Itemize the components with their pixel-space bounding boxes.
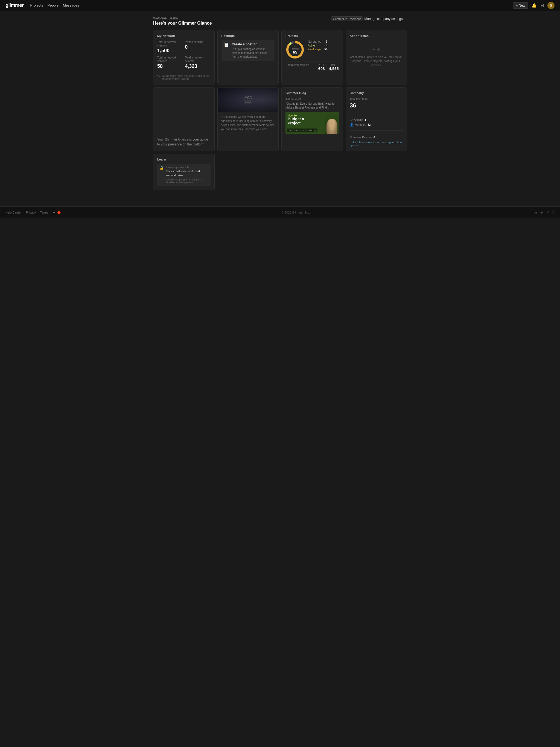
company-title: Company <box>350 91 403 95</box>
network-note-icon: 🛡 <box>157 74 160 78</box>
unlock-teams-link[interactable]: Unlock Teams to access more organization… <box>350 141 403 147</box>
bottom-grid: Your Glimmer Glance is your guide to you… <box>153 87 407 190</box>
welcome-section: Welcome, Sasha Here's your Glimmer Glanc… <box>153 17 212 26</box>
instagram-icon[interactable]: ◈ <box>535 210 537 214</box>
invites-value: 6 <box>374 136 375 139</box>
article-icon: 🔒 <box>159 166 164 170</box>
blog-business-badge: The Business of Freelancing <box>287 129 317 132</box>
create-posting-button[interactable]: 📋 Create a posting Put up a posting or r… <box>222 40 275 61</box>
manage-link-section: Glimmer.io · Member Manage company setti… <box>331 17 407 21</box>
active-value: 4 <box>326 44 328 47</box>
network-stats-grid: Total in-network creators 1,500 Invites … <box>157 40 210 69</box>
final-steps-row: Final steps 58 <box>308 48 327 51</box>
play-store-icon[interactable]: ▶ <box>53 210 55 214</box>
help-center-link[interactable]: Help Center <box>5 211 22 214</box>
invites-pending-value: 0 <box>185 44 210 50</box>
total-total: Total 4,555 <box>329 63 338 71</box>
blog-thumbnail-text: How to Budget aProject <box>288 114 304 126</box>
admins-value: 4 <box>364 119 366 121</box>
camera-icon: 🎬 <box>243 96 253 104</box>
ytd-total: YTD 608 <box>318 63 325 71</box>
invite-row: ✉ Invites Pending 6 <box>350 136 403 139</box>
blog-thumbnail-inner: How to Budget aProject The Business of F… <box>285 112 339 134</box>
blog-budget-text: Budget aProject <box>288 117 304 126</box>
apple-store-icon[interactable]: 🍎 <box>57 210 61 214</box>
projects-stats: Not started 3 Active 4 Final steps 58 <box>308 40 327 59</box>
active-label: Active <box>308 44 315 47</box>
action-items-card: Action Items ✦✦ Action items update to h… <box>346 30 407 84</box>
article-breadcrumb: Glimmer Support > For Clients > Freelanc… <box>166 178 208 184</box>
projects-title: Projects <box>285 34 339 37</box>
avatar[interactable]: S <box>548 2 555 9</box>
twitter-icon[interactable]: ✕ <box>546 210 549 214</box>
nav-links: Projects People Messages <box>30 2 513 8</box>
members-label: Members <box>355 123 366 126</box>
admins-label: Admins <box>354 119 363 121</box>
total-label: Total <box>329 63 338 67</box>
in-progress-label: In Progress <box>290 45 300 50</box>
learn-article[interactable]: 🔒 Latest support article Your creator ne… <box>157 164 210 186</box>
my-network-title: My Network <box>157 34 210 37</box>
blog-person <box>325 112 339 134</box>
total-projects-stat: Total in-network projects 4,323 <box>185 56 210 69</box>
company-total-value: 36 <box>350 102 403 109</box>
top-grid: My Network Total in-network creators 1,5… <box>153 30 407 84</box>
youtube-icon[interactable]: ▶ <box>541 210 543 214</box>
nav-messages[interactable]: Messages <box>63 2 79 8</box>
bell-icon[interactable]: 🔔 <box>532 3 537 8</box>
posting-text: Create a posting Put up a posting or req… <box>232 42 273 59</box>
not-started-value: 3 <box>326 40 328 43</box>
coming-soon-text: In the coming weeks, you'll see more add… <box>218 112 279 134</box>
learn-title: Learn <box>157 158 210 161</box>
donut-label: In Progress 65 <box>290 45 300 54</box>
total-creators-value: 1,500 <box>157 48 183 54</box>
network-note: 🛡 My Network helps you keep track of the… <box>157 72 210 80</box>
vimeo-icon[interactable]: V <box>552 210 555 214</box>
postings-title: Postings <box>222 34 275 37</box>
footer-left: Help Center Privacy Terms ▶ 🍎 <box>5 210 61 214</box>
posting-section: 📋 Create a posting Put up a posting or r… <box>222 40 275 61</box>
blog-thumbnail[interactable]: How to Budget aProject The Business of F… <box>285 112 339 134</box>
article-content: Latest support article Your creator netw… <box>166 166 208 184</box>
projects-totals: Completed projects YTD 608 Total 4,555 <box>285 61 339 71</box>
nav-people[interactable]: People <box>48 2 58 8</box>
video-card: 🎬 In the coming weeks, you'll see more a… <box>218 87 279 151</box>
network-note-text: My Network helps you keep track of the c… <box>161 74 210 80</box>
create-posting-title: Create a posting <box>232 42 273 46</box>
glance-card: Your Glimmer Glance is your guide to you… <box>153 87 215 151</box>
monitor-icon[interactable]: 🖥 <box>540 3 544 8</box>
action-items-title: Action Items <box>350 34 403 37</box>
final-steps-label: Final steps <box>308 48 321 51</box>
final-steps-value: 58 <box>324 48 327 51</box>
facebook-icon[interactable]: f <box>531 210 532 214</box>
total-projects-value: 4,323 <box>185 63 210 69</box>
total-members-label: Total members <box>350 97 403 100</box>
blog-excerpt: "Charge for Every Nut and Bolt:" How To … <box>285 102 339 110</box>
not-started-row: Not started 3 <box>308 40 327 43</box>
action-items-icon: ✦✦ <box>372 46 381 53</box>
nav-actions: + New 🔔 🖥 S <box>513 2 555 9</box>
footer: Help Center Privacy Terms ▶ 🍎 © 2023 Gli… <box>0 206 560 218</box>
admins-row: 🛡 Admins 4 <box>350 118 403 121</box>
new-button[interactable]: + New <box>513 2 528 9</box>
blog-title: Glimmer Blog <box>285 91 339 95</box>
terms-link[interactable]: Terms <box>40 211 48 214</box>
navbar: glimmer Projects People Messages + New 🔔… <box>0 0 560 11</box>
total-projects-label: Total in-network projects <box>185 56 210 63</box>
privacy-link[interactable]: Privacy <box>26 211 36 214</box>
donut-chart: In Progress 65 <box>285 40 305 59</box>
projects-content: In Progress 65 Not started 3 Active 4 Fi… <box>285 40 339 59</box>
welcome-text: Welcome, Sasha <box>153 17 212 20</box>
completed-label: Completed projects <box>285 63 314 70</box>
ytd-label: YTD <box>318 63 325 67</box>
nav-projects[interactable]: Projects <box>30 2 43 8</box>
invites-label: Invites Pending <box>354 136 372 139</box>
video-thumbnail: 🎬 <box>218 87 279 112</box>
logo[interactable]: glimmer <box>5 2 24 8</box>
blog-card: Glimmer Blog Jun 22, 2023 "Charge for Ev… <box>281 87 343 151</box>
total-services-value: 58 <box>157 63 183 69</box>
glimmer-badge: Glimmer.io · Member <box>331 17 363 21</box>
blog-date: Jun 22, 2023 <box>285 97 339 100</box>
manage-company-link[interactable]: Manage company settings → <box>364 17 407 21</box>
total-creators-label: Total in-network creators <box>157 40 183 47</box>
